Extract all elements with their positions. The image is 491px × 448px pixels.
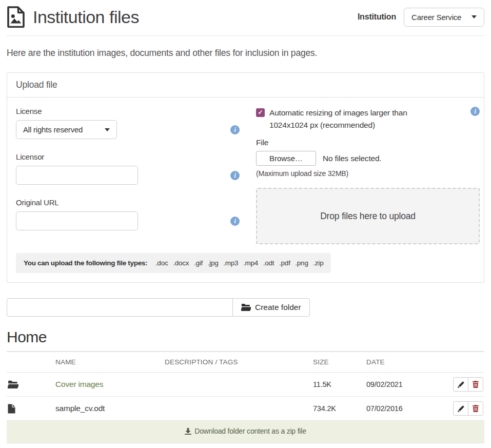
name-column-header: NAME xyxy=(54,352,164,373)
max-upload-size-text: (Maximum upload size 32MB) xyxy=(256,169,480,178)
resize-info-icon[interactable]: i xyxy=(470,107,480,116)
institution-picker: Institution Career Service xyxy=(358,8,484,27)
institution-select-value: Career Service xyxy=(411,13,461,22)
folder-open-icon xyxy=(241,303,251,311)
file-dropzone[interactable]: Drop files here to upload xyxy=(256,188,480,244)
licensor-info-icon[interactable]: i xyxy=(230,171,240,180)
licensor-input[interactable] xyxy=(16,166,138,185)
download-icon xyxy=(185,428,191,435)
folder-name-link[interactable]: Cover images xyxy=(55,380,103,388)
date-column-header: DATE xyxy=(365,352,427,373)
trash-icon xyxy=(473,405,479,412)
download-zip-label: Download folder content as a zip file xyxy=(194,427,306,435)
table-row-file: sample_cv.odt 734.2K 07/02/2016 xyxy=(7,397,484,421)
description-cell xyxy=(164,397,312,421)
allowed-filetypes-list: .doc .docx .gif .jpg .mp3 .mp4 .odt .pdf… xyxy=(150,259,323,267)
original-url-field-group: Original URL i xyxy=(16,198,240,230)
allowed-filetypes-strip: You can upload the following file types:… xyxy=(16,253,331,273)
license-label: License xyxy=(16,107,240,115)
browse-button[interactable]: Browse… xyxy=(256,151,316,166)
upload-file-panel: Upload file License All rights reserved … xyxy=(7,72,484,283)
row-icon-cell xyxy=(7,373,54,397)
folder-open-icon xyxy=(8,380,53,389)
resize-checkbox-label: Automatic resizing of images larger than… xyxy=(269,107,436,131)
date-cell: 07/02/2016 xyxy=(365,397,427,421)
file-input-row: Browse… No files selected. xyxy=(256,151,480,166)
create-folder-button-label: Create folder xyxy=(255,303,301,312)
date-cell: 09/02/2021 xyxy=(365,373,427,397)
edit-button[interactable] xyxy=(453,377,468,392)
table-row-folder: Cover images 11.5K 09/02/2021 xyxy=(7,373,484,397)
original-url-input[interactable] xyxy=(16,211,138,230)
caret-down-icon xyxy=(472,15,477,18)
caret-down-icon xyxy=(105,128,110,131)
original-url-info-icon[interactable]: i xyxy=(230,217,240,226)
size-cell: 11.5K xyxy=(312,373,365,397)
page-title: Institution files xyxy=(33,7,139,27)
file-status-text: No files selected. xyxy=(323,154,381,163)
current-folder-heading: Home xyxy=(7,328,484,346)
upload-panel-title: Upload file xyxy=(7,73,484,98)
title-wrap: Institution files xyxy=(7,6,139,28)
license-field-group: License All rights reserved i xyxy=(16,107,240,139)
resize-checkbox-row: Automatic resizing of images larger than… xyxy=(256,107,480,131)
delete-button[interactable] xyxy=(468,377,483,392)
file-column: Automatic resizing of images larger than… xyxy=(256,107,480,244)
page: Institution files Institution Career Ser… xyxy=(0,0,491,443)
edit-button[interactable] xyxy=(453,401,468,416)
licensor-label: Licensor xyxy=(16,152,240,161)
folder-name-input[interactable] xyxy=(7,298,233,317)
pencil-icon xyxy=(458,405,464,412)
trash-icon xyxy=(473,381,479,388)
actions-column-header xyxy=(427,352,484,373)
files-table-header-row: NAME DESCRIPTION / TAGS SIZE DATE xyxy=(7,352,484,373)
institution-select[interactable]: Career Service xyxy=(404,8,484,27)
license-select[interactable]: All rights reserved xyxy=(16,120,117,139)
description-column-header: DESCRIPTION / TAGS xyxy=(164,352,312,373)
file-label: File xyxy=(256,138,480,147)
file-name-link[interactable]: sample_cv.odt xyxy=(55,404,105,413)
size-column-header: SIZE xyxy=(312,352,365,373)
file-icon xyxy=(8,404,53,414)
create-folder-group: Create folder xyxy=(7,298,484,317)
license-column: License All rights reserved i Licensor xyxy=(16,107,240,244)
institution-label: Institution xyxy=(358,12,396,22)
allowed-filetypes-label: You can upload the following file types: xyxy=(24,259,147,267)
row-icon-cell xyxy=(7,397,54,421)
licensor-field-group: Licensor i xyxy=(16,152,240,185)
description-cell xyxy=(164,373,312,397)
license-info-icon[interactable]: i xyxy=(230,125,240,134)
dropzone-text: Drop files here to upload xyxy=(320,211,416,222)
original-url-label: Original URL xyxy=(16,198,240,207)
download-zip-link[interactable]: Download folder content as a zip file xyxy=(185,427,306,435)
icon-column-header xyxy=(7,352,54,373)
license-select-value: All rights reserved xyxy=(23,125,83,134)
resize-checkbox[interactable] xyxy=(256,108,265,117)
delete-button[interactable] xyxy=(468,401,483,416)
page-header: Institution files Institution Career Ser… xyxy=(7,0,484,36)
page-description: Here are the institution images, documen… xyxy=(7,48,484,59)
file-image-icon xyxy=(7,6,25,28)
create-folder-button[interactable]: Create folder xyxy=(232,298,310,317)
pencil-icon xyxy=(458,381,464,388)
files-table: NAME DESCRIPTION / TAGS SIZE DATE Cover xyxy=(7,351,484,443)
download-zip-row: Download folder content as a zip file xyxy=(7,421,484,443)
upload-panel-body: License All rights reserved i Licensor xyxy=(7,98,484,282)
size-cell: 734.2K xyxy=(312,397,365,421)
